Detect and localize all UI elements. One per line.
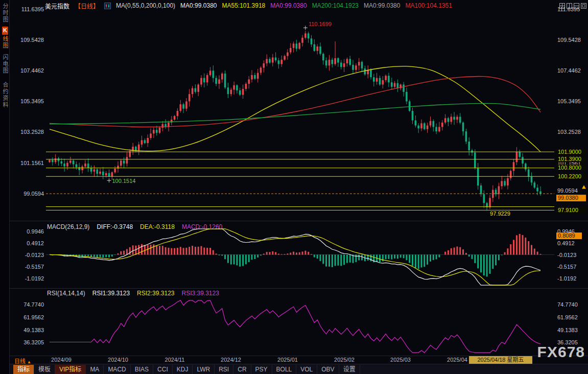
rsi-axis-labels: 74.774074.774061.956261.956249.138349.13… xyxy=(23,301,578,345)
time-axis-label-2024/10: 2024/10 xyxy=(108,357,128,363)
svg-text:0.4912: 0.4912 xyxy=(557,240,575,246)
svg-text:74.7740: 74.7740 xyxy=(557,301,578,308)
toolbar-item-VOL[interactable]: VOL xyxy=(296,365,317,374)
svg-text:109.5428: 109.5428 xyxy=(20,37,44,43)
svg-text:49.1383: 49.1383 xyxy=(557,327,578,333)
sidebar-item-K线图[interactable]: K线图 xyxy=(0,27,9,49)
svg-text:101.3900: 101.3900 xyxy=(558,156,581,162)
time-axis-label-2024/11: 2024/11 xyxy=(165,357,185,363)
trading-app-window: 分时图K线图闪电图合约资料 110.1699100.151497.9229111… xyxy=(0,0,588,374)
svg-text:97.9229: 97.9229 xyxy=(490,211,510,217)
current-date-badge: 2025/04/18 星期五 xyxy=(469,356,532,364)
svg-text:110.1699: 110.1699 xyxy=(309,21,332,27)
sidebar-item-label: 线图 xyxy=(2,36,8,49)
toolbar-item-OBV[interactable]: OBV xyxy=(317,365,339,374)
macd-histogram xyxy=(50,234,540,277)
chart-header: 美元指数 【日线】 MA(0,55,0,200,0,100)MA0:99.038… xyxy=(9,0,511,11)
ma-readout-1: MA0:99.0380 xyxy=(180,2,217,9)
price-chart-svg[interactable]: 110.1699100.151497.9229111.6395111.63951… xyxy=(9,0,588,356)
toolbar-item-指标[interactable]: 指标 xyxy=(13,365,34,374)
toolbar-item-MA[interactable]: MA xyxy=(86,365,104,374)
svg-text:107.4462: 107.4462 xyxy=(20,67,44,74)
toolbar-item-LWR[interactable]: LWR xyxy=(193,365,215,374)
sidebar-item-闪电图[interactable]: 闪电图 xyxy=(0,54,9,74)
sidebar-item-label: 分时图 xyxy=(2,3,8,23)
svg-text:-0.5157: -0.5157 xyxy=(557,264,576,270)
svg-text:100.2200: 100.2200 xyxy=(558,173,581,179)
svg-text:-1.0192: -1.0192 xyxy=(557,275,576,282)
svg-text:-1.0192: -1.0192 xyxy=(25,275,44,282)
svg-text:-0.0123: -0.0123 xyxy=(557,252,576,258)
svg-text:109.5428: 109.5428 xyxy=(557,37,581,43)
layout-vsplit-icon[interactable] xyxy=(567,2,572,7)
sidebar-item-label: 闪电图 xyxy=(2,54,8,74)
svg-text:100.1514: 100.1514 xyxy=(112,178,136,184)
svg-text:97.9100: 97.9100 xyxy=(558,207,578,213)
time-axis-label-2025/01: 2025/01 xyxy=(277,357,298,363)
svg-text:100.8000: 100.8000 xyxy=(558,165,581,171)
ma-readout-0: MA(0,55,0,200,0,100) xyxy=(116,2,175,9)
period-tag: 【日线】 xyxy=(75,2,99,10)
layout-single-icon[interactable] xyxy=(581,2,586,7)
rsi-line xyxy=(50,300,540,353)
layout-hsplit-icon[interactable] xyxy=(574,2,579,7)
svg-text:-0.5157: -0.5157 xyxy=(25,264,44,270)
svg-text:105.3495: 105.3495 xyxy=(20,98,44,104)
svg-text:36.3205: 36.3205 xyxy=(23,339,44,345)
ma-readouts: MA(0,55,0,200,0,100)MA0:99.0380MA55:101.… xyxy=(116,2,452,9)
time-axis-label-2024/09: 2024/09 xyxy=(51,357,72,363)
sidebar-item-分时图[interactable]: 分时图 xyxy=(0,3,9,23)
symbol-title: 美元指数 xyxy=(45,2,69,10)
svg-text:103.2528: 103.2528 xyxy=(20,129,44,135)
toolbar-item-KDJ[interactable]: KDJ xyxy=(173,365,193,374)
svg-text:0.4912: 0.4912 xyxy=(27,240,44,246)
macd-lines xyxy=(50,229,540,285)
sidebar-item-label: 合约资料 xyxy=(2,82,8,108)
annotations-layer: 110.1699100.151497.9229 xyxy=(107,21,510,217)
layout-quad-icon[interactable] xyxy=(559,2,565,7)
svg-text:0.9946: 0.9946 xyxy=(27,228,44,235)
kline-icon[interactable] xyxy=(104,3,111,9)
toolbar-item-MACD[interactable]: MACD xyxy=(104,365,130,374)
toolbar-item-模板[interactable]: 模板 xyxy=(34,365,55,374)
ma-readout-4: MA200:104.1923 xyxy=(312,2,359,9)
indicator-toolbar: 指标模板VIP指标MAMACDBIASCCIKDJLWRRSICRPSYBOLL… xyxy=(9,364,588,374)
brand-watermark: FX678 xyxy=(537,343,585,361)
ma-readout-3: MA0:99.0380 xyxy=(270,2,307,9)
svg-text:107.4462: 107.4462 xyxy=(557,67,581,74)
svg-text:-0.0123: -0.0123 xyxy=(25,252,44,258)
time-axis: 日线 ▲ 2025/04/18 星期五 2024/092024/102024/1… xyxy=(9,356,588,364)
toolbar-item-RSI[interactable]: RSI xyxy=(215,365,233,374)
sidebar-item-合约资料[interactable]: 合约资料 xyxy=(0,82,9,108)
chart-area[interactable]: 110.1699100.151497.9229111.6395111.63951… xyxy=(9,0,588,356)
toolbar-item-BOLL[interactable]: BOLL xyxy=(272,365,297,374)
toolbar-item-VIP指标[interactable]: VIP指标 xyxy=(55,365,86,374)
sidebar-item-badge: K xyxy=(2,27,8,35)
svg-text:101.1561: 101.1561 xyxy=(20,160,44,166)
svg-text:99.0380: 99.0380 xyxy=(558,195,578,201)
svg-text:105.3495: 105.3495 xyxy=(557,98,581,104)
svg-text:0.8089: 0.8089 xyxy=(558,232,575,239)
svg-text:61.9562: 61.9562 xyxy=(23,314,44,320)
ma-readout-5: MA0:99.0380 xyxy=(364,2,400,9)
svg-text:99.0594: 99.0594 xyxy=(23,191,44,197)
time-axis-label-2025/03: 2025/03 xyxy=(390,357,411,363)
svg-text:74.7740: 74.7740 xyxy=(23,301,44,308)
ma-readout-2: MA55:101.3918 xyxy=(222,2,266,9)
svg-text:99.0594: 99.0594 xyxy=(557,188,578,194)
toolbar-item-CCI[interactable]: CCI xyxy=(153,365,173,374)
left-sidebar: 分时图K线图闪电图合约资料 xyxy=(0,0,10,374)
time-axis-label-2025/02: 2025/02 xyxy=(334,357,355,363)
toolbar-item-PSY[interactable]: PSY xyxy=(251,365,272,374)
layout-icon-group xyxy=(559,2,586,7)
svg-text:101.9000: 101.9000 xyxy=(558,149,581,155)
toolbar-item-BIAS[interactable]: BIAS xyxy=(131,365,153,374)
time-axis-label-2024/12: 2024/12 xyxy=(221,357,241,363)
toolbar-item-设置[interactable]: 设置 xyxy=(339,365,360,374)
svg-text:61.9562: 61.9562 xyxy=(557,314,578,320)
current-price-badge: 99.0380 xyxy=(556,195,586,201)
toolbar-item-CR[interactable]: CR xyxy=(233,365,251,374)
svg-text:103.2528: 103.2528 xyxy=(557,129,581,135)
ma-readout-6: MA100:104.1351 xyxy=(405,2,452,9)
time-axis-label-2025/04: 2025/04 xyxy=(447,357,467,363)
